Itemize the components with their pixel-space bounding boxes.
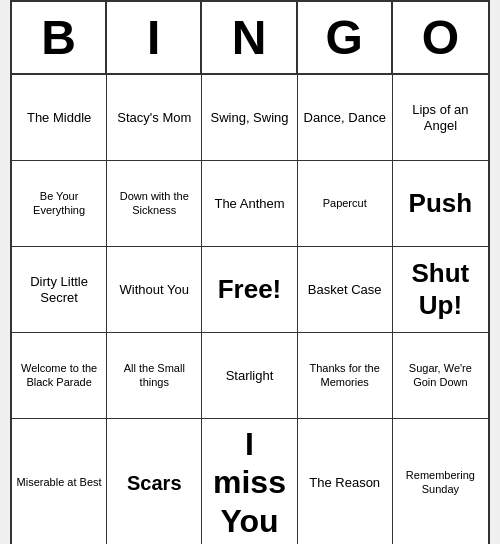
bingo-cell-24: Remembering Sunday: [393, 419, 488, 544]
bingo-cell-10: Dirty Little Secret: [12, 247, 107, 333]
cell-text-10: Dirty Little Secret: [16, 274, 102, 305]
cell-text-20: Miserable at Best: [17, 476, 102, 489]
cell-text-2: Swing, Swing: [210, 110, 288, 126]
bingo-card: BINGO The MiddleStacy's MomSwing, SwingD…: [10, 0, 490, 544]
bingo-cell-3: Dance, Dance: [298, 75, 393, 161]
cell-text-1: Stacy's Mom: [117, 110, 191, 126]
bingo-cell-8: Papercut: [298, 161, 393, 247]
bingo-cell-21: Scars: [107, 419, 202, 544]
cell-text-15: Welcome to the Black Parade: [16, 362, 102, 388]
bingo-cell-11: Without You: [107, 247, 202, 333]
bingo-cell-7: The Anthem: [202, 161, 297, 247]
cell-text-14: Shut Up!: [397, 258, 484, 320]
bingo-cell-16: All the Small things: [107, 333, 202, 419]
bingo-cell-18: Thanks for the Memories: [298, 333, 393, 419]
cell-text-6: Down with the Sickness: [111, 190, 197, 216]
cell-text-5: Be Your Everything: [16, 190, 102, 216]
bingo-header: BINGO: [12, 2, 488, 75]
bingo-cell-23: The Reason: [298, 419, 393, 544]
cell-text-12: Free!: [218, 274, 282, 305]
bingo-letter-N: N: [202, 2, 297, 73]
cell-text-17: Starlight: [226, 368, 274, 384]
bingo-cell-14: Shut Up!: [393, 247, 488, 333]
bingo-cell-17: Starlight: [202, 333, 297, 419]
bingo-cell-4: Lips of an Angel: [393, 75, 488, 161]
bingo-grid: The MiddleStacy's MomSwing, SwingDance, …: [12, 75, 488, 544]
cell-text-21: Scars: [127, 471, 182, 495]
cell-text-11: Without You: [120, 282, 189, 298]
cell-text-3: Dance, Dance: [304, 110, 386, 126]
cell-text-24: Remembering Sunday: [397, 469, 484, 495]
cell-text-7: The Anthem: [214, 196, 284, 212]
bingo-letter-I: I: [107, 2, 202, 73]
cell-text-13: Basket Case: [308, 282, 382, 298]
cell-text-22: I miss You: [206, 425, 292, 540]
bingo-cell-9: Push: [393, 161, 488, 247]
bingo-letter-O: O: [393, 2, 488, 73]
bingo-letter-B: B: [12, 2, 107, 73]
cell-text-19: Sugar, We're Goin Down: [397, 362, 484, 388]
bingo-cell-2: Swing, Swing: [202, 75, 297, 161]
cell-text-23: The Reason: [309, 475, 380, 491]
bingo-cell-12: Free!: [202, 247, 297, 333]
bingo-cell-5: Be Your Everything: [12, 161, 107, 247]
cell-text-16: All the Small things: [111, 362, 197, 388]
bingo-cell-20: Miserable at Best: [12, 419, 107, 544]
cell-text-9: Push: [409, 188, 473, 219]
cell-text-8: Papercut: [323, 197, 367, 210]
bingo-cell-1: Stacy's Mom: [107, 75, 202, 161]
bingo-cell-15: Welcome to the Black Parade: [12, 333, 107, 419]
bingo-letter-G: G: [298, 2, 393, 73]
bingo-cell-22: I miss You: [202, 419, 297, 544]
bingo-cell-19: Sugar, We're Goin Down: [393, 333, 488, 419]
cell-text-4: Lips of an Angel: [397, 102, 484, 133]
cell-text-18: Thanks for the Memories: [302, 362, 388, 388]
cell-text-0: The Middle: [27, 110, 91, 126]
bingo-cell-13: Basket Case: [298, 247, 393, 333]
bingo-cell-6: Down with the Sickness: [107, 161, 202, 247]
bingo-cell-0: The Middle: [12, 75, 107, 161]
